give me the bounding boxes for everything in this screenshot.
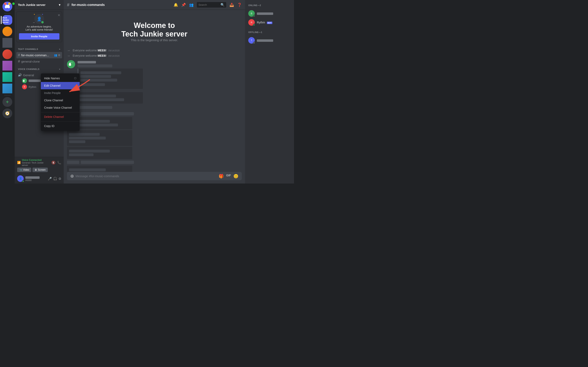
help-icon[interactable]: ❓ [237,3,242,7]
gear-icon[interactable]: ⚙ [58,54,61,57]
context-menu-divider [41,112,80,112]
current-user-tag: #0000 [25,179,46,182]
gif-icon[interactable]: GIF [226,174,231,179]
member-avatar-rythm: R [248,19,255,26]
gift-icon[interactable]: 🎁 [219,174,224,179]
blurred-message-group [78,92,242,104]
screen-icon: 🖥 [35,168,37,171]
add-server-button[interactable]: + [2,97,12,107]
user-icon[interactable]: 👥 [54,54,57,57]
user-controls: 👤 #0000 🎤 🎧 ⚙ [15,174,64,184]
member-avatar-offline: T [248,37,255,44]
discover-button[interactable]: 🧭 [2,108,12,118]
settings-icon[interactable]: ⚙ [58,177,61,181]
blurred-embed-4 [67,147,132,159]
member-item-rythm[interactable]: R Rythm BOT [247,18,292,27]
voice-status: 📶 Voice Connected General / Tech Junkie … [17,159,61,166]
server-icon-4[interactable] [2,61,12,71]
channel-general-clone[interactable]: # general-clone [16,58,62,65]
server-header[interactable]: Tech Junkie server ▾ [15,0,64,10]
welcome-title: Welcome to Tech Junkie server [67,21,242,38]
context-clone-channel[interactable]: Clone Channel [41,97,80,104]
speaker-icon: 🔊 [18,73,22,77]
system-message-2: → Everyone welcome MEE6! 09/14/2020 [67,53,242,58]
server-icon-5[interactable] [2,72,12,82]
server-icon-1[interactable] [2,26,12,36]
hash-icon-2: # [18,59,20,64]
current-user-avatar: 👤 [17,175,24,182]
server-divider-2 [4,95,11,95]
user-name-area: #0000 [25,176,46,182]
channel-hash-icon: # [67,2,69,8]
user-name-blurred [25,176,40,179]
add-text-channel-icon[interactable]: + [59,48,61,50]
context-invite-people[interactable]: Invite People [41,89,80,97]
chevron-down-icon: ▾ [59,3,61,7]
close-button[interactable] [4,2,7,5]
system-message-1: → Everyone welcome MEE6! 09/14/2020 [67,48,242,53]
voice-member-name-1 [29,80,41,82]
avatar-badge [41,21,44,24]
emoji-icon[interactable]: 😊 [233,174,238,179]
bot-badge: BOT [267,22,272,24]
context-delete-channel[interactable]: Delete Channel [41,113,80,120]
message-input-area: ⊕ 🎁 GIF 😊 [64,172,245,184]
text-channels-header[interactable]: TEXT CHANNELS + [16,47,62,51]
embed-line-2 [80,75,111,78]
video-button[interactable]: 📹 Video [17,167,31,172]
member-name-1 [257,12,273,15]
text-channels-label: TEXT CHANNELS [18,48,38,50]
headset-icon[interactable]: 🎧 [53,177,57,181]
minimize-button[interactable] [8,2,11,5]
mute-icon[interactable]: 🔇 [52,161,56,165]
mee6-avatar [67,60,75,68]
message-input[interactable] [76,172,217,180]
popup-avatar: 👤 ✦ ✦ ••• [34,14,44,24]
current-user-name [25,176,46,179]
member-item-blurred[interactable]: B [247,9,292,18]
member-avatar-1: B [248,10,255,17]
mee6-message-content [78,60,242,89]
channel-for-music-commands[interactable]: # for-music-comman... 👥 ⚙ [16,52,62,58]
voice-status-info: Voice Connected General / Tech Junkie se… [22,159,50,166]
close-icon[interactable]: ✕ [58,13,60,17]
members-icon[interactable]: 👥 [189,3,194,7]
message-embed [78,68,143,89]
message-input-box: ⊕ 🎁 GIF 😊 [67,172,242,180]
search-input[interactable] [199,3,219,6]
server-icon-3[interactable] [2,49,12,59]
signal-icon: 📶 [17,161,21,164]
online-section-title: ONLINE—2 [247,3,292,7]
server-icon-2[interactable] [2,38,12,48]
pin-icon[interactable]: 📌 [181,3,186,7]
server-icon-6[interactable] [2,83,12,93]
add-voice-channel-icon[interactable]: + [59,68,61,70]
context-hide-names[interactable]: Hide Names ☐ [41,75,80,82]
system-text-1: Everyone welcome MEE6! 09/14/2020 [73,49,120,52]
members-sidebar: ONLINE—2 B R Rythm BOT OFFLINE—1 T [245,0,294,184]
context-menu: Hide Names ☐ Edit Channel Invite People … [41,73,80,131]
maximize-button[interactable] [12,2,15,5]
mic-icon[interactable]: 🎤 [48,177,52,181]
screen-button[interactable]: 🖥 Screen [33,167,48,172]
inbox-icon[interactable]: 📥 [229,3,234,7]
invite-people-button[interactable]: Invite People [19,33,60,40]
context-copy-id[interactable]: Copy ID [41,122,80,130]
server-icon-tj[interactable]: Tech Junkie server [2,15,12,25]
context-create-voice[interactable]: Create Voice Channel [41,104,80,111]
phone-end-icon[interactable]: 📞 [57,161,61,165]
server-divider [4,13,11,13]
context-edit-channel[interactable]: Edit Channel [41,82,80,89]
arrow-right-icon: → [67,49,70,52]
member-name-rythm: Rythm BOT [257,21,272,24]
system-text-2: Everyone welcome MEE6! 09/14/2020 [73,54,120,57]
notification-bell-icon[interactable]: 🔔 [173,3,178,7]
voice-channels-header[interactable]: VOICE CHANNELS + [16,67,62,71]
member-status-online-1 [253,15,255,17]
search-bar[interactable]: 🔍 [197,2,226,8]
member-item-offline[interactable]: T [247,36,292,45]
embed-line-3 [80,79,117,82]
attach-plus-icon[interactable]: ⊕ [70,174,74,179]
server-list: Tech Junkie server + 🧭 [0,0,15,184]
messages-area: Welcome to Tech Junkie server This is th… [64,10,245,172]
